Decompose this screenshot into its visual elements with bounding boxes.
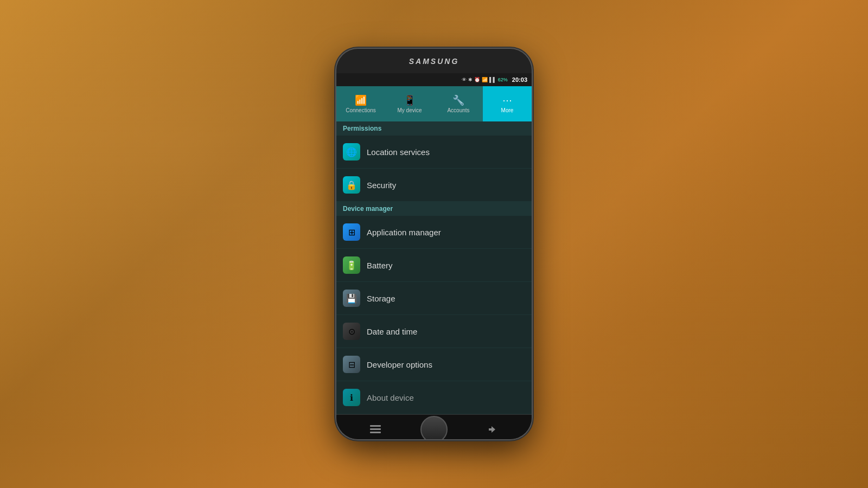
developer-options-icon: ⊟ bbox=[343, 356, 360, 373]
clock: 20:03 bbox=[512, 76, 527, 83]
bluetooth-icon: ✱ bbox=[468, 77, 473, 82]
accounts-label: Accounts bbox=[447, 107, 469, 113]
samsung-logo: SAMSUNG bbox=[409, 57, 459, 66]
section-header-device-manager: Device manager bbox=[336, 202, 532, 216]
menu-item-about-device[interactable]: ℹ About device bbox=[336, 381, 532, 414]
storage-icon: 💾 bbox=[343, 290, 360, 307]
menu-item-location-services[interactable]: 🌐 Location services bbox=[336, 136, 532, 169]
phone-top: SAMSUNG bbox=[336, 49, 532, 73]
location-services-icon: 🌐 bbox=[343, 143, 360, 160]
menu-item-date-and-time[interactable]: ⊙ Date and time bbox=[336, 315, 532, 348]
status-icons: 👁 ✱ ⏰ 📶 ▌▌ 62% bbox=[462, 77, 508, 82]
more-label: More bbox=[501, 107, 514, 113]
screen-content: Permissions 🌐 Location services 🔒 Securi… bbox=[336, 121, 532, 414]
my-device-icon: 📱 bbox=[404, 94, 416, 106]
more-icon: ⋯ bbox=[502, 94, 512, 106]
menu-item-security[interactable]: 🔒 Security bbox=[336, 169, 532, 202]
tab-accounts[interactable]: 🔧 Accounts bbox=[434, 86, 483, 121]
about-device-label: About device bbox=[367, 393, 414, 402]
menu-item-battery[interactable]: 🔋 Battery bbox=[336, 249, 532, 282]
svg-rect-2 bbox=[370, 432, 381, 433]
phone-body: SAMSUNG 👁 ✱ ⏰ 📶 ▌▌ 62% 20:03 📶 Connectio… bbox=[336, 49, 532, 439]
location-services-label: Location services bbox=[367, 147, 430, 157]
menu-item-storage[interactable]: 💾 Storage bbox=[336, 282, 532, 315]
date-time-label: Date and time bbox=[367, 327, 417, 336]
tab-connections[interactable]: 📶 Connections bbox=[336, 86, 385, 121]
wifi-icon: 📶 bbox=[482, 77, 488, 82]
accounts-icon: 🔧 bbox=[452, 94, 464, 106]
screen-icon: 👁 bbox=[462, 77, 467, 82]
menu-item-developer-options[interactable]: ⊟ Developer options bbox=[336, 348, 532, 381]
phone-container: SAMSUNG 👁 ✱ ⏰ 📶 ▌▌ 62% 20:03 📶 Connectio… bbox=[336, 49, 532, 439]
battery-label: Battery bbox=[367, 261, 393, 270]
menu-item-application-manager[interactable]: ⊞ Application manager bbox=[336, 216, 532, 249]
date-time-icon: ⊙ bbox=[343, 323, 360, 340]
battery-icon: 🔋 bbox=[343, 256, 360, 274]
connections-label: Connections bbox=[346, 107, 376, 113]
developer-options-label: Developer options bbox=[367, 360, 432, 369]
back-button[interactable] bbox=[482, 421, 503, 438]
signal-icon: ▌▌ bbox=[489, 77, 496, 82]
home-button[interactable] bbox=[420, 416, 448, 439]
svg-rect-1 bbox=[370, 428, 381, 430]
my-device-label: My device bbox=[397, 107, 422, 113]
tab-more[interactable]: ⋯ More bbox=[483, 86, 532, 121]
tab-my-device[interactable]: 📱 My device bbox=[385, 86, 434, 121]
about-device-icon: ℹ bbox=[343, 389, 360, 406]
security-icon: 🔒 bbox=[343, 176, 360, 194]
connections-icon: 📶 bbox=[355, 94, 367, 106]
svg-rect-0 bbox=[370, 425, 381, 427]
battery-level: 62% bbox=[498, 77, 508, 82]
application-manager-label: Application manager bbox=[367, 228, 441, 237]
storage-label: Storage bbox=[367, 294, 395, 303]
section-header-permissions: Permissions bbox=[336, 121, 532, 136]
tab-bar: 📶 Connections 📱 My device 🔧 Accounts ⋯ M… bbox=[336, 86, 532, 121]
security-label: Security bbox=[367, 181, 396, 190]
bottom-nav bbox=[336, 414, 532, 439]
alarm-icon: ⏰ bbox=[474, 77, 480, 82]
status-bar: 👁 ✱ ⏰ 📶 ▌▌ 62% 20:03 bbox=[336, 73, 532, 86]
menu-button[interactable] bbox=[365, 421, 386, 438]
application-manager-icon: ⊞ bbox=[343, 223, 360, 241]
